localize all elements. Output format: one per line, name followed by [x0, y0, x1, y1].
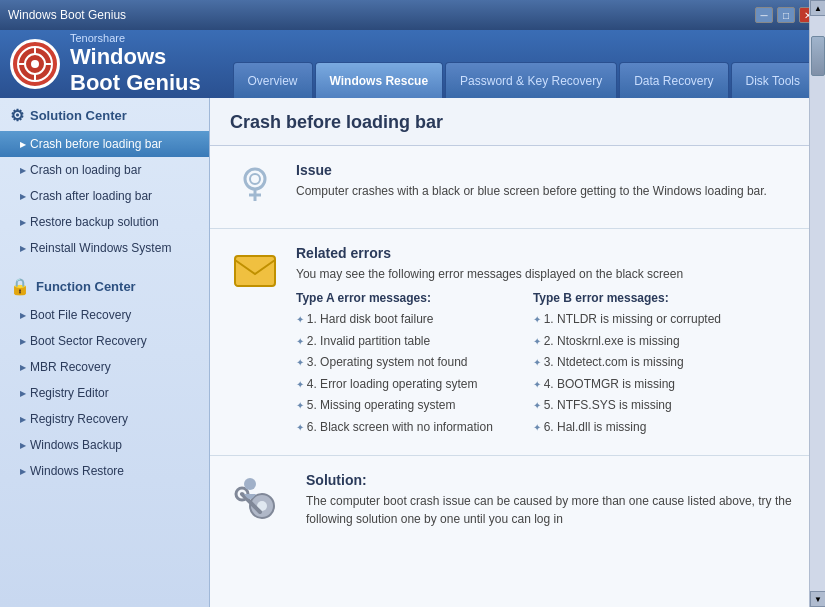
scrollbar-track: ▲ ▼ — [809, 0, 825, 607]
solution-center-header: ⚙ Solution Center — [0, 98, 209, 131]
list-item: 3. Ntdetect.com is missing — [533, 352, 721, 374]
app-title: Windows Boot Genius — [8, 8, 126, 22]
sidebar: ⚙ Solution Center Crash before loading b… — [0, 98, 210, 607]
solution-center-label: Solution Center — [30, 108, 127, 123]
issue-icon — [230, 162, 280, 212]
svg-point-10 — [250, 174, 260, 184]
sidebar-function-items: Boot File RecoveryBoot Sector RecoveryMB… — [0, 302, 209, 484]
type-a-list: 1. Hard disk boot failure2. Invalid part… — [296, 309, 493, 439]
issue-text: Computer crashes with a black or blue sc… — [296, 182, 785, 200]
list-item: 5. Missing operating system — [296, 395, 493, 417]
list-item: 1. NTLDR is missing or corrupted — [533, 309, 721, 331]
svg-point-16 — [244, 478, 256, 490]
nav-tab-password-key-recovery[interactable]: Password & Key Recovery — [445, 62, 617, 98]
sidebar-item-mbr-recovery[interactable]: MBR Recovery — [0, 354, 209, 380]
list-item: 4. BOOTMGR is missing — [533, 374, 721, 396]
related-errors-section: Related errors You may see the following… — [210, 229, 825, 456]
app-logo — [10, 39, 60, 89]
header-title: Windows Boot Genius — [70, 44, 223, 96]
type-b-list: 1. NTLDR is missing or corrupted2. Ntosk… — [533, 309, 721, 439]
header-brand: Tenorshare — [70, 32, 223, 44]
content-header: Crash before loading bar — [210, 98, 825, 146]
nav-tab-overview[interactable]: Overview — [233, 62, 313, 98]
title-bar-controls: ─ □ ✕ — [755, 7, 817, 23]
sidebar-item-registry-recovery[interactable]: Registry Recovery — [0, 406, 209, 432]
related-errors-icon — [230, 245, 280, 295]
error-columns: Type A error messages: 1. Hard disk boot… — [296, 291, 805, 439]
svg-point-2 — [31, 60, 39, 68]
nav-tab-data-recovery[interactable]: Data Recovery — [619, 62, 728, 98]
issue-content: Issue Computer crashes with a black or b… — [296, 162, 785, 200]
list-item: 6. Black screen with no information — [296, 417, 493, 439]
solution-center-icon: ⚙ — [10, 106, 24, 125]
scrollbar-down[interactable]: ▼ — [810, 591, 825, 607]
related-errors-subtitle: You may see the following error messages… — [296, 265, 805, 283]
maximize-button[interactable]: □ — [777, 7, 795, 23]
function-center-header: 🔒 Function Center — [0, 269, 209, 302]
page-title: Crash before loading bar — [230, 112, 805, 133]
related-errors-title: Related errors — [296, 245, 805, 261]
function-center-icon: 🔒 — [10, 277, 30, 296]
error-column-a: Type A error messages: 1. Hard disk boot… — [296, 291, 493, 439]
list-item: 6. Hal.dll is missing — [533, 417, 721, 439]
related-errors-content: Related errors You may see the following… — [296, 245, 805, 439]
content-area: Crash before loading bar Issue Computer … — [210, 98, 825, 607]
sidebar-item-crash-before-loading-bar[interactable]: Crash before loading bar — [0, 131, 209, 157]
sidebar-item-restore-backup-solution[interactable]: Restore backup solution — [0, 209, 209, 235]
svg-rect-11 — [235, 256, 275, 286]
issue-section: Issue Computer crashes with a black or b… — [210, 146, 825, 229]
nav-tab-disk-tools[interactable]: Disk Tools — [731, 62, 815, 98]
issue-title: Issue — [296, 162, 785, 178]
solution-text: The computer boot crash issue can be cau… — [306, 492, 805, 528]
sidebar-item-registry-editor[interactable]: Registry Editor — [0, 380, 209, 406]
type-a-label: Type A error messages: — [296, 291, 493, 305]
sidebar-item-reinstall-windows-system[interactable]: Reinstall Windows System — [0, 235, 209, 261]
nav-tabs: OverviewWindows RescuePassword & Key Rec… — [233, 30, 816, 98]
main-container: ⚙ Solution Center Crash before loading b… — [0, 98, 825, 607]
list-item: 2. Invalid partition table — [296, 331, 493, 353]
solution-section: Solution: The computer boot crash issue … — [210, 456, 825, 548]
minimize-button[interactable]: ─ — [755, 7, 773, 23]
error-column-b: Type B error messages: 1. NTLDR is missi… — [533, 291, 721, 439]
sidebar-item-crash-on-loading-bar[interactable]: Crash on loading bar — [0, 157, 209, 183]
function-center-label: Function Center — [36, 279, 136, 294]
list-item: 1. Hard disk boot failure — [296, 309, 493, 331]
app-header: Tenorshare Windows Boot Genius OverviewW… — [0, 30, 825, 98]
sidebar-item-boot-sector-recovery[interactable]: Boot Sector Recovery — [0, 328, 209, 354]
list-item: 2. Ntoskrnl.exe is missing — [533, 331, 721, 353]
solution-content: Solution: The computer boot crash issue … — [306, 472, 805, 528]
sidebar-item-boot-file-recovery[interactable]: Boot File Recovery — [0, 302, 209, 328]
header-text: Tenorshare Windows Boot Genius — [70, 32, 223, 96]
title-bar-left: Windows Boot Genius — [8, 8, 126, 22]
list-item: 3. Operating system not found — [296, 352, 493, 374]
solution-title: Solution: — [306, 472, 805, 488]
sidebar-item-windows-backup[interactable]: Windows Backup — [0, 432, 209, 458]
nav-tab-windows-rescue[interactable]: Windows Rescue — [315, 62, 444, 98]
sidebar-item-crash-after-loading-bar[interactable]: Crash after loading bar — [0, 183, 209, 209]
sidebar-item-windows-restore[interactable]: Windows Restore — [0, 458, 209, 484]
sidebar-solution-items: Crash before loading barCrash on loading… — [0, 131, 209, 261]
type-b-label: Type B error messages: — [533, 291, 721, 305]
scrollbar-up[interactable]: ▲ — [810, 0, 825, 16]
list-item: 5. NTFS.SYS is missing — [533, 395, 721, 417]
scrollbar-thumb[interactable] — [811, 36, 825, 76]
title-bar: Windows Boot Genius ─ □ ✕ — [0, 0, 825, 30]
solution-icon — [230, 472, 290, 532]
svg-point-7 — [245, 169, 265, 189]
list-item: 4. Error loading operating sytem — [296, 374, 493, 396]
